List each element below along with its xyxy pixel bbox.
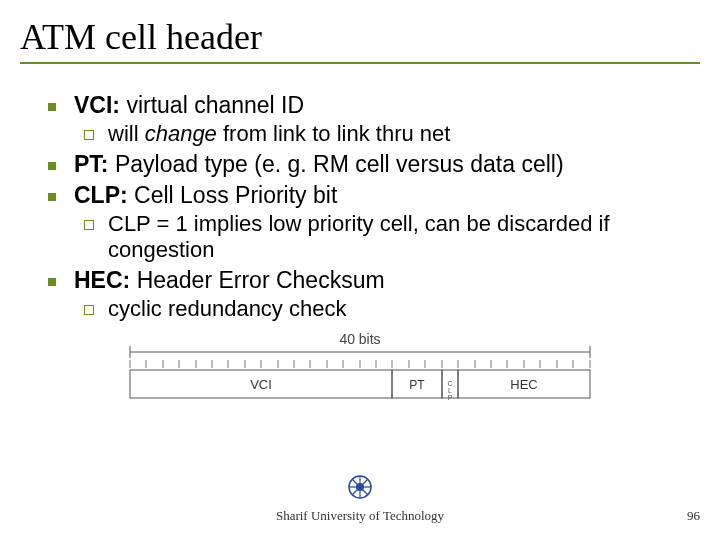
- sub-post: from link to link thru net: [217, 121, 451, 146]
- title-divider: [20, 62, 700, 64]
- sub-list-item: CLP = 1 implies low priority cell, can b…: [74, 211, 700, 263]
- header-diagram: 40 bits VCI PT CLP HEC: [20, 330, 700, 405]
- field-hec: HEC: [510, 377, 537, 392]
- term-text: Payload type (e. g. RM cell versus data …: [115, 151, 564, 177]
- list-item: PT: Payload type (e. g. RM cell versus d…: [42, 151, 700, 178]
- term-text: Header Error Checksum: [137, 267, 385, 293]
- field-vci: VCI: [250, 377, 272, 392]
- sub-list-item: cyclic redundancy check: [74, 296, 700, 322]
- term-text: virtual channel ID: [126, 92, 304, 118]
- sub-emph: change: [145, 121, 217, 146]
- slide: ATM cell header VCI: virtual channel ID …: [0, 0, 720, 540]
- term-label: HEC:: [74, 267, 130, 293]
- total-bits-label: 40 bits: [339, 331, 380, 347]
- sub-text: cyclic redundancy check: [108, 296, 346, 321]
- sub-pre: will: [108, 121, 145, 146]
- term-label: VCI:: [74, 92, 120, 118]
- page-title: ATM cell header: [20, 10, 700, 62]
- list-item: VCI: virtual channel ID will change from…: [42, 92, 700, 147]
- list-item: CLP: Cell Loss Priority bit CLP = 1 impl…: [42, 182, 700, 263]
- list-item: HEC: Header Error Checksum cyclic redund…: [42, 267, 700, 322]
- diagram-svg: 40 bits VCI PT CLP HEC: [110, 330, 610, 405]
- field-clp: CLP: [447, 380, 452, 401]
- page-number: 96: [687, 508, 700, 524]
- sub-text: CLP = 1 implies low priority cell, can b…: [108, 211, 610, 262]
- field-pt: PT: [409, 378, 425, 392]
- bullet-list: VCI: virtual channel ID will change from…: [20, 92, 700, 322]
- term-label: CLP:: [74, 182, 128, 208]
- svg-point-41: [356, 483, 364, 491]
- term-text: Cell Loss Priority bit: [134, 182, 337, 208]
- sub-list-item: will change from link to link thru net: [74, 121, 700, 147]
- term-label: PT:: [74, 151, 109, 177]
- footer-text: Sharif University of Technology: [0, 508, 720, 524]
- logo-icon: [347, 474, 373, 504]
